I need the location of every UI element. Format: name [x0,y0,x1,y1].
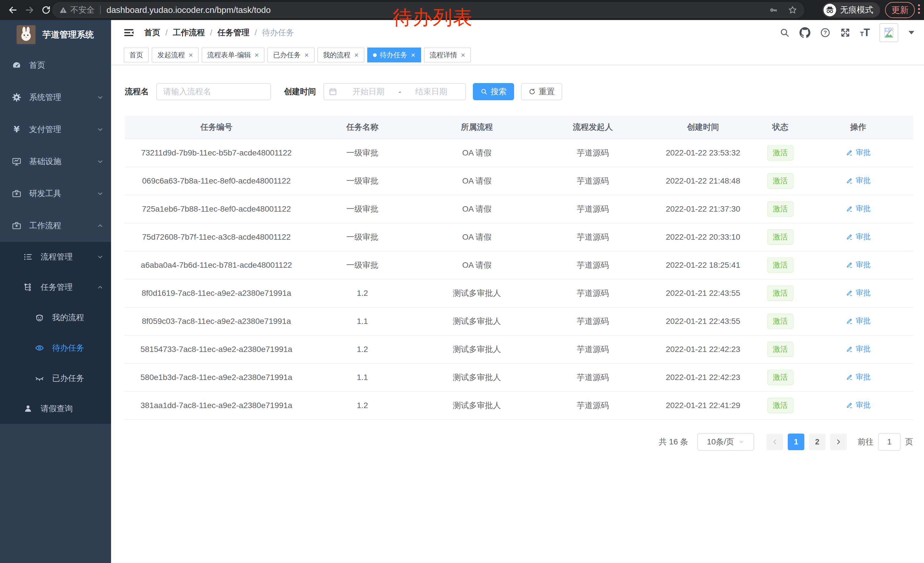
hamburger-icon[interactable] [123,27,135,38]
search-button[interactable]: 搜索 [473,83,514,100]
approve-link[interactable]: 审批 [846,232,871,242]
sidebar-item-label: 系统管理 [29,92,61,103]
browser-reload-icon[interactable] [41,5,51,15]
tab-3[interactable]: 已办任务× [267,48,314,62]
close-icon[interactable]: × [304,51,309,59]
breadcrumb-item[interactable]: 首页 [144,27,160,38]
sidebar-item-task-mgmt[interactable]: 任务管理 [0,272,111,302]
sidebar-item-todo-task[interactable]: 待办任务 [0,333,111,363]
sidebar-item-label: 首页 [29,60,45,71]
tab-5[interactable]: 待办任务× [367,48,421,62]
breadcrumb-item[interactable]: 任务管理 [218,27,250,38]
briefcase-icon [12,221,22,231]
calendar-icon [328,87,337,96]
close-icon[interactable]: × [411,51,416,59]
cell-process: 测试多审批人 [417,344,537,355]
close-icon[interactable]: × [354,51,358,59]
monitor-icon [12,156,22,167]
sidebar-item-workflow[interactable]: 工作流程 [0,210,111,242]
page-button-2[interactable]: 2 [809,434,825,450]
close-icon[interactable]: × [255,51,259,59]
cell-process: 测试多审批人 [417,400,537,411]
browser-back-icon[interactable] [8,5,18,15]
goto-page: 前往 页 [858,433,913,451]
sidebar-item-home[interactable]: 首页 [0,49,111,81]
avatar[interactable] [879,23,898,42]
goto-page-input[interactable] [878,433,900,451]
github-icon[interactable] [800,27,810,38]
page-size-select[interactable]: 10条/页 [697,433,754,451]
approve-link[interactable]: 审批 [846,344,871,354]
sidebar-item-label: 支付管理 [29,124,61,135]
tab-label: 待办任务 [380,50,407,60]
approve-link[interactable]: 审批 [846,372,871,382]
table-row: 8f059c03-7ac8-11ec-a9e2-a2380e71991a1.1测… [125,308,913,336]
start-date-placeholder[interactable]: 开始日期 [339,86,398,97]
font-size-icon[interactable]: TT [860,27,870,39]
app-title: 芋道管理系统 [42,29,94,41]
tab-0[interactable]: 首页 [124,48,149,62]
table-row: 580e1b3d-7ac8-11ec-a9e2-a2380e71991a1.1测… [125,364,913,392]
sidebar-item-process-mgmt[interactable]: 流程管理 [0,242,111,272]
page-list: 12 [786,434,828,450]
table-header-row: 任务编号任务名称所属流程流程发起人创建时间状态操作 [125,116,913,139]
approve-link[interactable]: 审批 [846,400,871,410]
main-area: 首页/工作流程/任务管理/待办任务 ? TT [111,20,924,563]
cell-task-id: 73211d9d-7b9b-11ec-b5b7-acde48001122 [125,148,308,158]
browser-update-button[interactable]: 更新 [885,2,915,18]
cell-status: 激活 [758,370,803,385]
cell-created: 2022-01-22 21:48:48 [649,176,758,186]
approve-link[interactable]: 审批 [846,147,871,158]
sidebar: 芋道管理系统 首页系统管理¥支付管理基础设施研发工具工作流程流程管理任务管理我的… [0,20,111,563]
sidebar-item-system[interactable]: 系统管理 [0,81,111,113]
key-icon[interactable] [769,6,778,15]
sidebar-item-dev-tools[interactable]: 研发工具 [0,177,111,210]
prev-page-button[interactable] [766,434,783,450]
tab-6[interactable]: 流程详情× [424,48,471,62]
tab-4[interactable]: 我的流程× [318,48,364,62]
end-date-placeholder[interactable]: 结束日期 [402,86,461,97]
browser-forward-icon[interactable] [25,5,34,15]
approve-link[interactable]: 审批 [846,316,871,326]
help-icon[interactable]: ? [820,27,830,38]
date-range-picker[interactable]: 开始日期 - 结束日期 [324,83,466,100]
approve-link[interactable]: 审批 [846,260,871,270]
search-button-icon [480,88,488,95]
search-icon[interactable] [780,27,790,38]
tab-2[interactable]: 流程表单-编辑× [201,48,264,62]
approve-link-label: 审批 [856,147,871,158]
fullscreen-icon[interactable] [840,27,850,38]
security-warning-icon[interactable] [59,6,68,14]
breadcrumb-item[interactable]: 待办任务 [262,27,294,38]
approve-link-label: 审批 [856,372,871,382]
workflow-submenu: 流程管理任务管理我的流程待办任务已办任务请假查询 [0,242,111,424]
bookmark-star-icon[interactable] [788,5,798,15]
goto-label: 前往 [858,437,874,447]
yen-icon: ¥ [12,124,22,135]
close-icon[interactable]: × [461,51,465,59]
cell-task-id: 069c6a63-7b8a-11ec-8ef0-acde48001122 [125,176,308,186]
browser-menu-icon[interactable] [918,4,920,15]
approve-link-label: 审批 [856,204,871,214]
close-icon[interactable]: × [189,51,193,59]
total-count: 共 16 条 [658,437,688,447]
sidebar-item-leave-query[interactable]: 请假查询 [0,393,111,424]
breadcrumb-separator: / [165,28,168,37]
sidebar-item-done-task[interactable]: 已办任务 [0,363,111,393]
process-name-input[interactable] [156,83,271,100]
avatar-caret-icon[interactable] [909,31,914,35]
reset-button[interactable]: 重置 [521,83,562,100]
cell-starter: 芋道源码 [537,260,649,270]
approve-link[interactable]: 审批 [846,176,871,186]
sidebar-item-payment[interactable]: ¥支付管理 [0,113,111,146]
breadcrumb-item[interactable]: 工作流程 [173,27,205,38]
approve-link-label: 审批 [856,232,871,242]
approve-link[interactable]: 审批 [846,204,871,214]
app-logo[interactable]: 芋道管理系统 [0,20,111,49]
sidebar-item-infra[interactable]: 基础设施 [0,146,111,177]
sidebar-item-my-process[interactable]: 我的流程 [0,302,111,333]
tab-1[interactable]: 发起流程× [152,48,199,62]
page-button-1[interactable]: 1 [788,434,804,450]
approve-link[interactable]: 审批 [846,288,871,298]
next-page-button[interactable] [830,434,847,450]
